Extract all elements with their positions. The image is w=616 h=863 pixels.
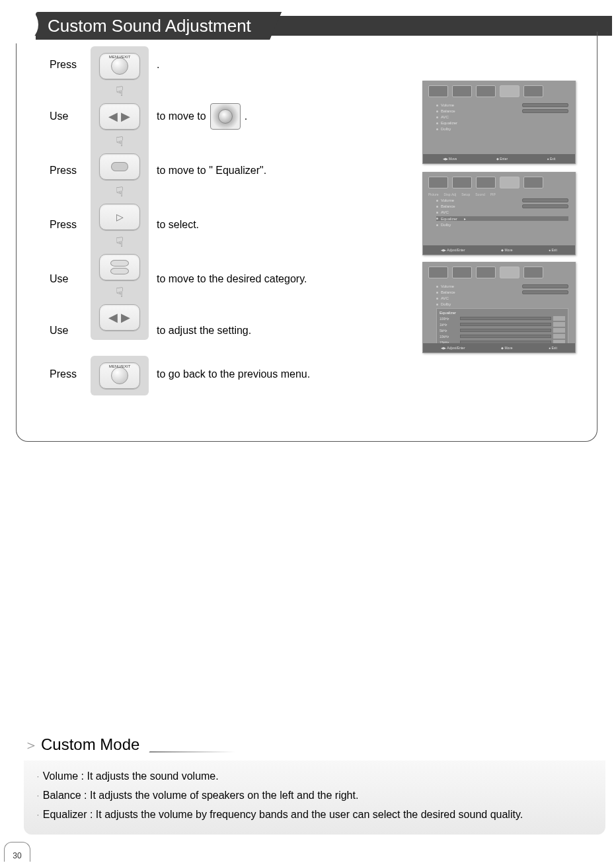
down-hand-icon: ☟ — [112, 134, 127, 149]
osd-footer-label: Enter — [500, 157, 508, 161]
osd-tab-label: PIP — [490, 192, 496, 196]
step-verb: Use — [50, 110, 91, 122]
step-row-5: Use to move to the desired category. — [50, 266, 307, 292]
osd-tab-label: Disp.Adj — [444, 192, 457, 196]
eq-band-label: 100Hz — [440, 317, 458, 321]
custom-line-text: Equalizer : It adjusts the volume by fre… — [43, 805, 523, 825]
eq-band-label: 1kHz — [440, 323, 458, 327]
osd-tab-label: Sound — [475, 192, 484, 196]
equalizer-title: Equalizer — [440, 311, 565, 315]
osd-screenshot-1: Volume Balance AVC Equalizer Dolby ◀▶ Mo… — [422, 81, 576, 164]
step-row-2: Use to move to . — [50, 103, 247, 130]
osd-footer: ◀▶ Move ◆ Enter ● Exit — [423, 154, 575, 163]
osd-tabs — [423, 263, 575, 282]
osd-item: AVC — [441, 210, 449, 214]
down-hand-icon: ☟ — [112, 184, 127, 200]
step-row-7: Press to go back to the previous menu. — [50, 361, 310, 388]
osd-footer: ◀▶ Adjust/Enter ◆ Move ● Exit — [423, 343, 575, 352]
custom-line-text: Balance : It adjusts the volume of speak… — [43, 786, 359, 805]
custom-mode-section: ＞ Custom Mode ·Volume : It adjusts the s… — [24, 735, 605, 835]
osd-tab-label: Setup — [461, 192, 470, 196]
step-row-6: Use to adjust the setting. — [50, 317, 251, 344]
osd-screenshot-3: Volume Balance AVC Dolby Equalizer 100Hz… — [422, 262, 576, 353]
osd-tab-labels: Picture Disp.Adj Setup Sound PIP — [423, 192, 575, 196]
step-text: to move to " Equalizer". — [157, 165, 266, 177]
chevron-right-icon: ＞ — [24, 735, 38, 755]
remote-button-column: MENU/EXIT ☟ ◀ ▶ ☟ ☟ ▷ ☟ ☟ ◀ ▶ — [91, 46, 149, 340]
step-text: to select. — [157, 219, 199, 231]
step-text: to move to the desired category. — [157, 273, 307, 285]
osd-footer-label: Move — [504, 346, 512, 350]
step-verb: Press — [50, 368, 91, 380]
eq-band-label: 10kHz — [440, 335, 458, 339]
step-text: . — [157, 59, 159, 71]
osd-footer-label: Adjust/Enter — [447, 248, 465, 252]
osd-tabs — [423, 173, 575, 192]
custom-mode-line: ·Equalizer : It adjusts the volume by fr… — [37, 805, 592, 825]
custom-mode-body: ·Volume : It adjusts the sound volume. ·… — [24, 760, 605, 835]
step-verb: Use — [50, 325, 91, 337]
osd-tabs — [423, 81, 575, 101]
osd-item: AVC — [441, 296, 449, 300]
osd-tab-sound-icon — [500, 85, 520, 97]
main-panel: MENU/EXIT ☟ ◀ ▶ ☟ ☟ ▷ ☟ ☟ ◀ ▶ — [16, 32, 597, 442]
step-verb: Use — [50, 273, 91, 285]
osd-tab-label: Picture — [428, 192, 439, 196]
osd-tab-sound-icon — [500, 177, 520, 188]
step-text-post: . — [245, 110, 247, 122]
step-row-1: Press . — [50, 52, 159, 78]
osd-footer: ◀▶ Adjust/Enter ◆ Move ● Exit — [423, 245, 575, 255]
step-text: to adjust the setting. — [157, 325, 251, 337]
step-text-pre: to move to — [157, 110, 206, 122]
down-hand-icon: ☟ — [112, 83, 127, 99]
osd-footer-label: Exit — [551, 248, 557, 252]
header-circle-decor — [0, 5, 38, 44]
osd-item: Volume — [441, 284, 454, 288]
osd-tab-sound-icon — [500, 267, 520, 278]
osd-footer-label: Exit — [551, 346, 557, 350]
custom-mode-title: Custom Mode — [41, 735, 139, 754]
step-verb: Press — [50, 59, 91, 71]
step-verb: Press — [50, 219, 91, 231]
osd-item: Volume — [441, 198, 454, 202]
page-number: 30 — [4, 842, 30, 862]
sound-menu-icon — [210, 103, 241, 130]
step-text: to go back to the previous menu. — [157, 368, 310, 380]
osd-item: Dolby — [441, 302, 451, 306]
osd-item: Volume — [441, 103, 454, 107]
osd-item: Balance — [441, 109, 455, 113]
osd-body: Volume Balance AVC Equalizer Dolby — [423, 103, 575, 136]
custom-mode-line: ·Volume : It adjusts the sound volume. — [37, 767, 592, 786]
custom-line-text: Volume : It adjusts the sound volume. — [43, 767, 219, 786]
osd-body: Volume Balance AVC Equalizer▸ Dolby — [423, 198, 575, 231]
osd-footer-label: Move — [504, 248, 512, 252]
osd-footer-label: Move — [449, 157, 457, 161]
osd-item: Dolby — [441, 127, 451, 131]
osd-item: Balance — [441, 290, 455, 294]
osd-screenshot-2: Picture Disp.Adj Setup Sound PIP Volume … — [422, 172, 576, 255]
osd-footer-label: Exit — [550, 157, 555, 161]
osd-footer-label: Adjust/Enter — [447, 346, 465, 350]
custom-mode-header: ＞ Custom Mode — [24, 735, 605, 755]
osd-item: Dolby — [441, 223, 451, 227]
eq-band-label: 5kHz — [440, 329, 458, 333]
osd-item-selected: Equalizer — [441, 217, 457, 221]
step-row-3: Press to move to " Equalizer". — [50, 157, 266, 184]
custom-mode-line: ·Balance : It adjusts the volume of spea… — [37, 786, 592, 805]
osd-item: Balance — [441, 204, 455, 208]
step-text: to move to . — [157, 103, 247, 130]
osd-item: Equalizer — [441, 121, 457, 125]
osd-item: AVC — [441, 115, 449, 119]
step-verb: Press — [50, 165, 91, 177]
step-row-4: Press to select. — [50, 212, 199, 238]
